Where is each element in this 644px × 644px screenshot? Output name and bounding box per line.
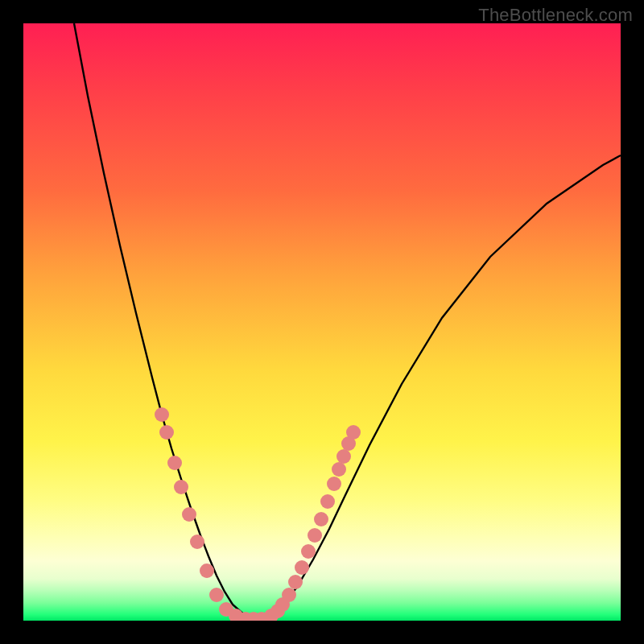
marker-dot: [295, 560, 309, 575]
watermark-text: TheBottleneck.com: [478, 5, 633, 26]
marker-dot: [174, 480, 188, 494]
marker-dot: [301, 544, 316, 559]
marker-dot: [327, 477, 341, 491]
marker-dot: [167, 456, 182, 470]
marker-dot: [200, 564, 214, 578]
marker-dot: [182, 507, 196, 522]
marker-dot: [209, 588, 224, 602]
plot-area: [23, 23, 621, 621]
marker-dot: [159, 425, 174, 440]
marker-dot: [346, 425, 361, 440]
marker-dot: [332, 462, 346, 477]
highlight-dots: [155, 407, 361, 621]
marker-dot: [155, 407, 169, 422]
v-curve: [74, 23, 621, 619]
marker-dot: [336, 449, 351, 464]
marker-dot: [190, 535, 204, 549]
marker-dot: [320, 494, 335, 509]
marker-dot: [308, 528, 322, 543]
marker-dot: [282, 588, 296, 602]
marker-dot: [314, 512, 328, 526]
chart-svg: [23, 23, 621, 621]
chart-frame: TheBottleneck.com: [0, 0, 644, 644]
marker-dot: [288, 575, 303, 589]
